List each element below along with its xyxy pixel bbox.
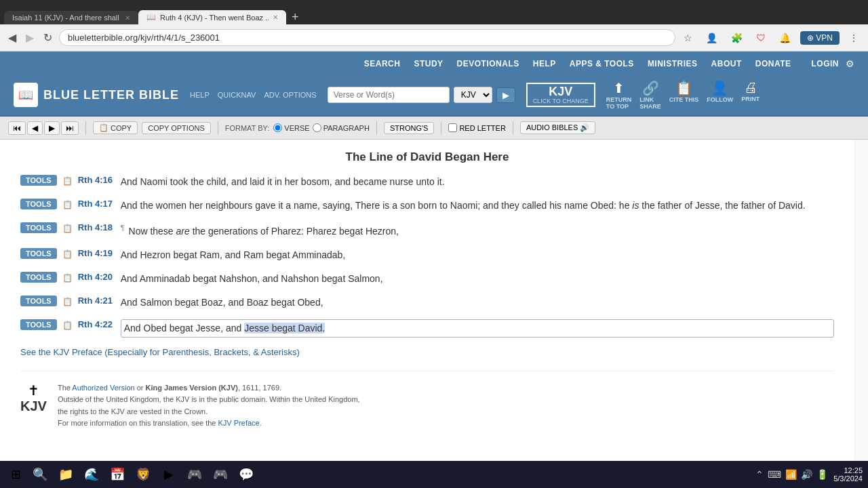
verse-ref-416[interactable]: Rth 4:16	[78, 175, 115, 185]
tools-button-418[interactable]: TOOLS	[20, 222, 57, 233]
verse-ref-417[interactable]: Rth 4:17	[78, 199, 115, 209]
verse-ref-422[interactable]: Rth 4:22	[78, 319, 115, 329]
tools-button-419[interactable]: TOOLS	[20, 248, 57, 259]
tools-button-421[interactable]: TOOLS	[20, 296, 57, 306]
follow-button[interactable]: 👤 FOLLOW	[707, 80, 733, 110]
taskbar-file-explorer-icon[interactable]: 📁	[55, 464, 77, 485]
nav-prev-button[interactable]: ◀	[27, 121, 43, 135]
copy-verse-icon-420[interactable]: 📋	[62, 273, 73, 283]
adv-options-link[interactable]: ADV. OPTIONS	[264, 91, 316, 99]
start-button[interactable]: ⊞	[5, 467, 26, 482]
taskbar-steam-icon[interactable]: 🎮	[210, 464, 231, 485]
paragraph-label: PARAGRAPH	[323, 124, 370, 132]
taskbar-search-icon[interactable]: 🔍	[29, 464, 51, 485]
tab-1[interactable]: Isaiah 11 (KJV) - And there shall co... …	[4, 11, 138, 24]
tools-button-422[interactable]: TOOLS	[20, 319, 57, 330]
copy-verse-icon-422[interactable]: 📋	[62, 321, 73, 330]
taskbar-calendar-icon[interactable]: 📅	[106, 464, 128, 485]
nav-ministries[interactable]: MINISTRIES	[641, 59, 705, 68]
search-go-button[interactable]: ▶	[496, 87, 515, 103]
site-nav: SEARCH STUDY DEVOTIONALS HELP APPS & TOO…	[0, 52, 868, 76]
reload-button[interactable]: ↻	[41, 30, 55, 45]
tab-1-close[interactable]: ✕	[125, 14, 130, 22]
verse-ref-421[interactable]: Rth 4:21	[78, 296, 115, 306]
copy-verse-icon-417[interactable]: 📋	[62, 200, 73, 209]
help-link[interactable]: HELP	[190, 91, 210, 99]
tab-2[interactable]: 📖 Ruth 4 (KJV) - Then went Boaz ... ✕	[138, 10, 286, 24]
tab-favicon: 📖	[146, 13, 156, 22]
settings-icon[interactable]: ⚙	[846, 58, 854, 69]
nav-study[interactable]: STUDY	[407, 59, 450, 68]
system-tray-icon: ⌃	[755, 469, 764, 480]
strongs-button[interactable]: STRONG'S	[384, 122, 435, 134]
copy-button[interactable]: 📋 COPY	[93, 121, 138, 134]
toolbar: ⏮ ◀ ▶ ⏭ 📋 COPY COPY OPTIONS FORMAT BY: V…	[0, 117, 868, 140]
tools-button-417[interactable]: TOOLS	[20, 199, 57, 209]
red-letter-checkbox[interactable]	[448, 123, 457, 132]
taskbar-youtube-icon[interactable]: ▶	[158, 464, 180, 485]
bookmark-button[interactable]: ☆	[679, 31, 696, 45]
quicknav-link[interactable]: QUICKNAV	[218, 91, 256, 99]
authorized-version-link[interactable]: Authorized Version	[72, 384, 134, 392]
link-share-button[interactable]: 🔗 LINKSHARE	[639, 80, 661, 110]
verse-ref-420[interactable]: Rth 4:20	[78, 272, 115, 282]
copy-verse-icon-421[interactable]: 📋	[62, 297, 73, 306]
format-label: FORMAT BY:	[225, 124, 270, 132]
nav-donate[interactable]: DONATE	[749, 59, 798, 68]
kjv-badge[interactable]: KJV CLICK TO CHANGE	[526, 83, 595, 107]
address-bar[interactable]	[59, 29, 675, 46]
red-letter-option[interactable]: RED LETTER	[448, 123, 505, 132]
return-top-button[interactable]: ⬆ RETURNTO TOP	[606, 80, 632, 110]
browser-controls: ◀ ▶ ↻ ☆ 👤 🧩 🛡 🔔 ⊕ VPN ⋮	[0, 24, 868, 52]
tools-button-416[interactable]: TOOLS	[20, 175, 57, 186]
search-input[interactable]	[328, 87, 450, 103]
version-select[interactable]: KJV	[454, 87, 492, 103]
nav-help[interactable]: HELP	[526, 59, 563, 68]
verse-option[interactable]: VERSE	[273, 123, 309, 132]
extensions-button[interactable]: 🧩	[727, 31, 747, 45]
back-button[interactable]: ◀	[5, 30, 19, 45]
taskbar: ⊞ 🔍 📁 🌊 📅 🦁 ▶ 🎮 🎮 💬 ⌃ ⌨ 📶 🔊 🔋 12:25 5/3/…	[0, 461, 868, 488]
nav-devotionals[interactable]: DEVOTIONALS	[450, 59, 526, 68]
taskbar-right: ⌃ ⌨ 📶 🔊 🔋 12:25 5/3/2024	[755, 466, 863, 483]
tab-2-close[interactable]: ✕	[273, 14, 278, 21]
copy-options-label: COPY OPTIONS	[148, 124, 205, 132]
taskbar-discord-icon[interactable]: 💬	[235, 464, 257, 485]
verse-ref-419[interactable]: Rth 4:19	[78, 248, 115, 258]
copy-verse-icon-418[interactable]: 📋	[62, 224, 73, 233]
copy-verse-icon-416[interactable]: 📋	[62, 176, 73, 186]
kjv-preface-link[interactable]: See the KJV Preface (Especially for Pare…	[20, 347, 834, 357]
nav-apps[interactable]: APPS & TOOLS	[563, 59, 641, 68]
paragraph-option[interactable]: PARAGRAPH	[313, 123, 370, 132]
tools-button-420[interactable]: TOOLS	[20, 272, 57, 283]
nav-first-button[interactable]: ⏮	[8, 121, 26, 135]
footer-line1: The Authorized Version or King James Ver…	[58, 384, 281, 392]
profile-button[interactable]: 👤	[702, 31, 722, 45]
copy-verse-icon-419[interactable]: 📋	[62, 249, 73, 259]
notifications-button[interactable]: 🔔	[775, 31, 795, 45]
menu-button[interactable]: ⋮	[845, 31, 863, 45]
cite-this-button[interactable]: 📋 CITE THIS	[669, 80, 699, 110]
verse-ref-418[interactable]: Rth 4:18	[78, 222, 115, 232]
verse-row-420: TOOLS 📋 Rth 4:20 And Amminadab begat Nah…	[20, 272, 834, 286]
copy-options-button[interactable]: COPY OPTIONS	[142, 122, 211, 134]
nav-search[interactable]: SEARCH	[357, 59, 408, 68]
nav-about[interactable]: ABOUT	[705, 59, 749, 68]
taskbar-edge-icon[interactable]: 🌊	[81, 464, 102, 485]
verse-radio[interactable]	[273, 123, 282, 132]
shield-icon[interactable]: 🛡	[752, 31, 770, 45]
verse-text-420: And Amminadab begat Nahshon, and Nahshon…	[121, 272, 834, 286]
forward-button[interactable]: ▶	[23, 30, 37, 45]
nav-last-button[interactable]: ⏭	[61, 121, 79, 135]
audio-bibles-button[interactable]: AUDIO BIBLES 🔊	[520, 121, 595, 134]
print-button[interactable]: 🖨 PRINT	[741, 80, 760, 110]
follow-icon: 👤	[711, 80, 728, 96]
login-link[interactable]: LOGIN	[805, 59, 846, 68]
paragraph-radio[interactable]	[313, 123, 321, 132]
taskbar-brave-icon[interactable]: 🦁	[132, 464, 154, 485]
taskbar-games-icon[interactable]: 🎮	[184, 464, 205, 485]
vpn-button[interactable]: ⊕ VPN	[800, 31, 840, 45]
nav-next-button[interactable]: ▶	[44, 121, 60, 135]
new-tab-button[interactable]: +	[286, 10, 304, 24]
kjv-preface-footer-link[interactable]: KJV Preface	[218, 419, 260, 427]
